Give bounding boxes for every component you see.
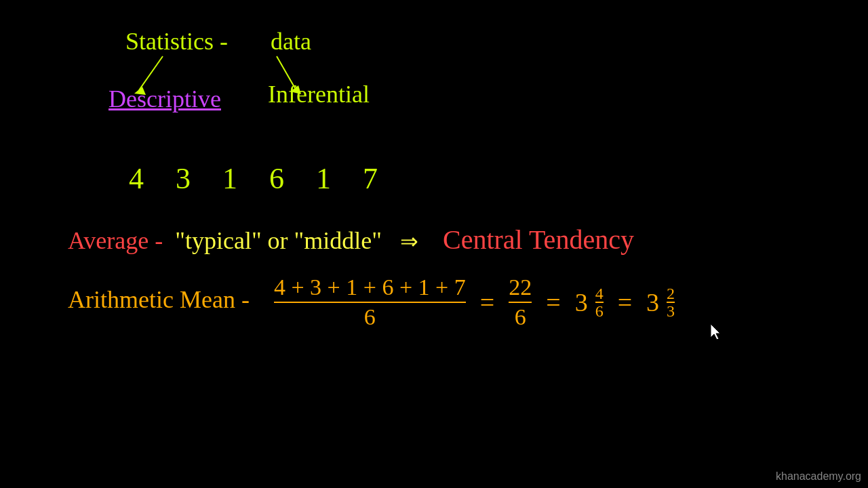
average-label: Average - <box>68 227 163 254</box>
implies-arrow: ⇒ <box>400 229 418 253</box>
result-numerator: 22 <box>509 274 532 303</box>
main-denominator: 6 <box>274 303 466 330</box>
typical-middle-label: "typical" or "middle" <box>169 227 388 254</box>
arithmetic-mean-label: Arithmetic Mean - <box>68 286 250 313</box>
inferential-label: Inferential <box>268 80 370 108</box>
mixed-number-2: 3 2 3 <box>646 285 675 319</box>
average-line: Average - "typical" or "middle" ⇒ Centra… <box>68 224 634 256</box>
central-tendency-label: Central Tendency <box>443 224 634 255</box>
mixed-number-1: 3 4 6 <box>575 285 604 319</box>
descriptive-label: Descriptive <box>108 85 221 113</box>
main-fraction: 4 + 3 + 1 + 6 + 1 + 7 6 <box>274 274 466 330</box>
statistics-label: Statistics - <box>125 28 228 55</box>
data-label: data <box>271 28 311 55</box>
statistics-title: Statistics - data <box>125 27 311 56</box>
result-denominator: 6 <box>509 303 532 330</box>
mixed-frac-1: 4 6 <box>595 285 604 319</box>
result-fraction: 22 6 <box>509 274 532 330</box>
watermark: khanacademy.org <box>776 470 861 483</box>
data-numbers: 4 3 1 6 1 7 <box>129 161 390 196</box>
equals-2: = <box>546 287 560 317</box>
mixed-frac-2: 2 3 <box>667 285 675 319</box>
equals-1: = <box>480 287 494 317</box>
arithmetic-mean-line: Arithmetic Mean - 4 + 3 + 1 + 6 + 1 + 7 … <box>68 274 675 330</box>
main-numerator: 4 + 3 + 1 + 6 + 1 + 7 <box>274 274 466 303</box>
svg-marker-4 <box>711 324 720 340</box>
mouse-cursor <box>711 324 724 340</box>
equals-3: = <box>618 287 632 317</box>
